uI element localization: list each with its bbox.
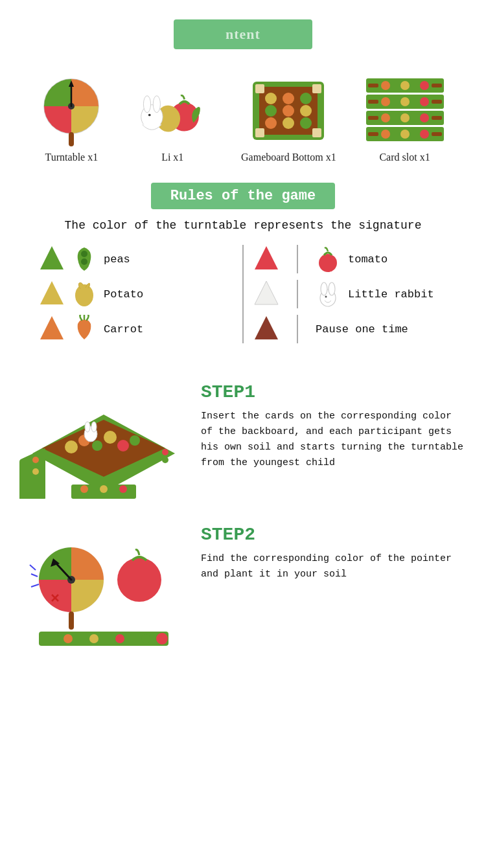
col-divider-1 (242, 245, 244, 343)
turntable-label: Turntable x1 (45, 152, 98, 163)
svg-line-83 (30, 565, 36, 570)
step2-illustration (19, 518, 188, 648)
peas-label: peas (104, 253, 130, 266)
svg-rect-16 (312, 128, 321, 137)
step1-image (19, 376, 188, 499)
svg-point-34 (400, 97, 410, 106)
potato-icon (73, 280, 96, 308)
svg-rect-15 (255, 128, 264, 137)
rabbit-wedge-icon (253, 280, 279, 308)
color-ref-grid: peas Potato (26, 245, 460, 343)
pause-row: Pause one time (253, 315, 447, 343)
step1-desc: Insert the cards on the corresponding co… (201, 409, 467, 471)
tomato-wedge-icon (253, 245, 279, 273)
peas-wedge-icon (39, 245, 65, 273)
pause-label: Pause one time (316, 323, 408, 336)
right-color-col: tomato Little rabbit (253, 245, 447, 343)
tomato-label: tomato (348, 253, 388, 266)
svg-point-20 (265, 105, 277, 117)
row-divider-t (297, 245, 298, 273)
svg-point-33 (381, 97, 390, 106)
steps-section: STEP1 Insert the cards on the correspond… (0, 369, 486, 674)
svg-point-91 (115, 634, 124, 643)
li-label: Li x1 (161, 152, 183, 163)
svg-point-57 (325, 296, 327, 298)
svg-point-50 (81, 251, 87, 257)
potato-wedge-icon (39, 280, 65, 308)
peas-row: peas (39, 245, 233, 273)
header-section: ntent (0, 0, 486, 62)
svg-point-37 (400, 113, 410, 122)
rules-subtitle: The color of the turntable represents th… (26, 219, 460, 232)
svg-point-89 (64, 634, 73, 643)
svg-rect-14 (312, 84, 321, 93)
svg-rect-4 (69, 132, 74, 146)
carrot-icon (73, 315, 96, 343)
svg-point-40 (400, 130, 410, 139)
rabbit-label: Little rabbit (348, 288, 434, 301)
svg-rect-13 (255, 84, 264, 93)
svg-point-32 (420, 81, 429, 90)
svg-point-25 (300, 117, 312, 129)
header-label: ntent (174, 19, 312, 49)
svg-point-63 (92, 440, 102, 451)
svg-rect-42 (368, 84, 378, 87)
svg-point-18 (283, 93, 294, 104)
carrot-wedge-icon (39, 315, 65, 343)
turntable-icon (39, 75, 104, 146)
svg-point-53 (319, 254, 337, 272)
li-icon (130, 75, 214, 146)
svg-point-31 (400, 81, 410, 90)
step2-block: STEP2 Find the corresponding color of th… (19, 518, 467, 648)
tomato-row: tomato (253, 245, 447, 273)
svg-point-21 (283, 105, 294, 117)
svg-point-73 (162, 457, 168, 463)
step2-desc: Find the corresponding color of the poin… (201, 551, 467, 582)
svg-point-30 (381, 81, 390, 90)
svg-point-17 (265, 93, 277, 104)
carrot-label: Carrot (104, 323, 143, 336)
svg-point-76 (119, 485, 127, 493)
step2-image (19, 518, 188, 648)
svg-point-87 (117, 558, 161, 602)
row-divider-p (297, 315, 298, 343)
svg-point-52 (75, 284, 93, 306)
step1-illustration (19, 376, 188, 499)
svg-rect-48 (368, 132, 378, 136)
step1-title: STEP1 (201, 382, 467, 402)
svg-rect-47 (432, 116, 442, 120)
svg-point-23 (265, 117, 277, 129)
potato-label: Potato (104, 288, 143, 301)
svg-rect-46 (368, 116, 378, 120)
svg-rect-58 (19, 448, 45, 499)
svg-point-71 (32, 468, 39, 475)
svg-point-65 (117, 440, 129, 451)
row-divider-r (297, 280, 298, 308)
svg-point-93 (156, 633, 168, 645)
svg-rect-45 (432, 100, 442, 104)
step1-block: STEP1 Insert the cards on the correspond… (19, 376, 467, 499)
cardslot-label: Card slot x1 (379, 152, 430, 163)
component-gameboard: Gameboard Bottom x1 (241, 75, 336, 163)
step2-title: STEP2 (201, 525, 467, 545)
svg-rect-49 (432, 132, 442, 136)
rabbit-row: Little rabbit (253, 280, 447, 308)
svg-point-19 (300, 93, 312, 104)
svg-point-51 (81, 258, 87, 265)
rules-section: Rules of the game The color of the turnt… (0, 170, 486, 369)
tomato-icon (316, 245, 340, 273)
component-cardslot: Card slot x1 (363, 75, 447, 163)
svg-point-56 (329, 282, 335, 295)
svg-point-74 (80, 485, 88, 493)
svg-point-69 (91, 422, 97, 432)
svg-point-9 (154, 96, 161, 113)
svg-point-61 (65, 440, 78, 453)
components-section: Turntable x1 Li x1 (0, 62, 486, 170)
svg-point-55 (321, 282, 327, 295)
svg-rect-44 (368, 100, 378, 104)
svg-point-24 (283, 117, 294, 129)
svg-point-75 (100, 485, 108, 493)
peas-pod-icon (73, 245, 96, 273)
step1-text: STEP1 Insert the cards on the correspond… (201, 376, 467, 471)
svg-line-81 (31, 574, 38, 577)
